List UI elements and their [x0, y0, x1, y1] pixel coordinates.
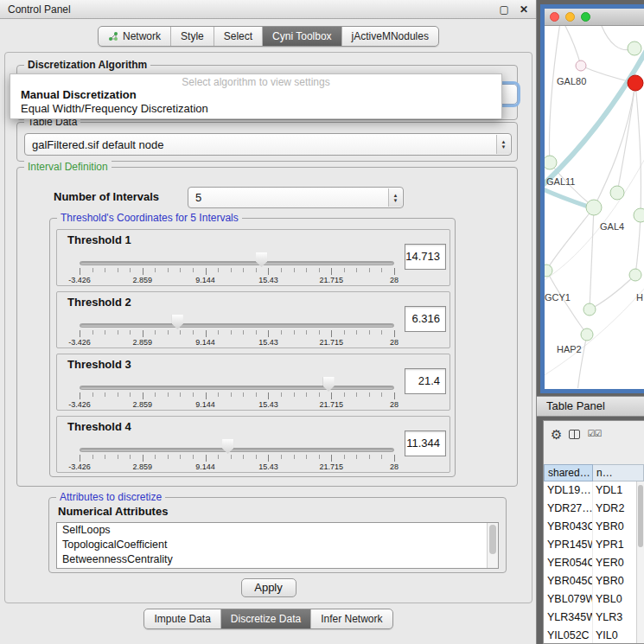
network-edge[interactable] [550, 26, 561, 163]
columns-icon[interactable] [569, 430, 580, 439]
network-node[interactable] [581, 328, 593, 341]
network-node[interactable] [629, 269, 641, 281]
close-traffic-light-icon[interactable] [550, 12, 559, 22]
threshold-2-value-field[interactable]: 6.316 [405, 306, 446, 332]
threshold-1-value-field[interactable]: 14.713 [405, 244, 446, 270]
network-edge[interactable] [590, 275, 635, 309]
cell[interactable]: YER054C [544, 554, 593, 572]
tab-select[interactable]: Select [214, 27, 263, 46]
slider-track[interactable] [80, 448, 394, 452]
network-node[interactable] [610, 186, 624, 200]
network-node[interactable] [545, 265, 552, 277]
tab-impute-data[interactable]: Impute Data [144, 609, 220, 628]
cell[interactable]: YER0 [593, 554, 636, 572]
network-edge[interactable] [546, 271, 587, 335]
tab-network[interactable]: Network [99, 27, 171, 46]
slider-major-ticks [80, 330, 395, 337]
minimize-traffic-light-icon[interactable] [565, 12, 575, 22]
numerical-attributes-list[interactable]: SelfLoops TopologicalCoefficient Between… [56, 522, 499, 569]
scrollbar-thumb[interactable] [489, 525, 496, 554]
select-columns-icon[interactable]: ☑☑ [587, 430, 601, 438]
network-window-titlebar[interactable] [545, 9, 644, 26]
stepper-icon: ▲▼ [496, 135, 510, 154]
network-edge[interactable] [545, 188, 593, 208]
tab-cyni-toolbox[interactable]: Cyni Toolbox [263, 27, 341, 46]
cell[interactable]: YBR045C [544, 572, 593, 590]
table-toolbar: ⚙ ☑☑ [544, 421, 644, 447]
cell[interactable]: YPR145W [544, 536, 593, 554]
network-edge[interactable] [564, 26, 581, 66]
tab-infer-network[interactable]: Infer Network [311, 609, 392, 628]
threshold-3-slider[interactable]: -3.426 2.859 9.144 15.43 21.715 28 [80, 372, 394, 410]
column-header-shared-name[interactable]: shared… [544, 464, 593, 481]
threshold-4-slider[interactable]: -3.426 2.859 9.144 15.43 21.715 28 [80, 434, 394, 472]
list-scrollbar[interactable] [487, 523, 498, 568]
slider-track[interactable] [80, 386, 394, 390]
slider-track[interactable] [80, 261, 394, 265]
control-panel-titlebar[interactable]: Control Panel ▢ ✕ [0, 0, 536, 19]
cell[interactable]: YDR27… [544, 500, 593, 518]
network-canvas[interactable]: GAL80GAL11GAL4GCY1HAP2H [545, 26, 644, 388]
table-scrollbar[interactable] [636, 481, 644, 643]
table-data-select[interactable]: galFiltered.sif default node ▲▼ [24, 133, 512, 156]
dropdown-option-manual-discretization[interactable]: Manual Discretization [10, 88, 501, 102]
tab-style[interactable]: Style [171, 27, 214, 46]
network-edge[interactable] [617, 83, 635, 193]
cell[interactable]: YPR1 [593, 536, 636, 554]
table-row[interactable]: YBR043CYBR0 [544, 518, 636, 536]
threshold-1-slider[interactable]: -3.426 2.859 9.144 15.43 21.715 28 [80, 247, 394, 285]
zoom-traffic-light-icon[interactable] [581, 12, 590, 22]
tab-discretize-data[interactable]: Discretize Data [221, 609, 311, 628]
float-window-icon[interactable]: ▢ [500, 4, 509, 15]
tab-jactivemnodules[interactable]: jActiveMNodules [342, 27, 438, 46]
apply-button[interactable]: Apply [241, 578, 296, 597]
network-node[interactable] [628, 41, 641, 55]
list-item[interactable]: BetweennessCentrality [57, 552, 498, 567]
cell[interactable]: YDL19… [544, 481, 593, 500]
list-item[interactable]: SelfLoops [57, 523, 498, 538]
close-icon[interactable]: ✕ [520, 4, 528, 15]
network-node[interactable] [628, 75, 643, 91]
scrollbar-thumb[interactable] [638, 485, 643, 547]
gear-icon[interactable]: ⚙ [551, 428, 562, 441]
cell[interactable]: YBL079W [544, 590, 593, 609]
table-row[interactable]: YIL052CYIL0 [544, 627, 636, 643]
cell[interactable]: YLR345W [544, 609, 593, 627]
cell[interactable]: YIL052C [544, 627, 593, 643]
slider-track[interactable] [80, 323, 394, 328]
network-edge[interactable] [577, 335, 587, 388]
table-row[interactable]: YBR045CYBR0 [544, 572, 636, 590]
column-header-name[interactable]: n… [593, 464, 644, 481]
table-row[interactable]: YPR145WYPR1 [544, 536, 636, 554]
table-row[interactable]: YDL19…YDL1 [544, 481, 636, 500]
network-node[interactable] [576, 61, 586, 71]
network-edge[interactable] [546, 207, 594, 271]
network-node[interactable] [545, 156, 557, 169]
network-node[interactable] [634, 208, 644, 222]
cell[interactable]: YBR043C [544, 518, 593, 536]
threshold-4-value-field[interactable]: 11.344 [405, 430, 446, 456]
table-row[interactable]: YER054CYER0 [544, 554, 636, 572]
threshold-2-slider[interactable]: -3.426 2.859 9.144 15.43 21.715 28 [80, 309, 394, 348]
cell[interactable]: YIL0 [593, 627, 636, 643]
cell[interactable]: YBR0 [593, 518, 636, 536]
dropdown-option-equal-width-frequency[interactable]: Equal Width/Frequency Discretization [10, 102, 501, 116]
cell[interactable]: YBR0 [593, 572, 636, 590]
cell[interactable]: YLR3 [593, 609, 636, 627]
list-item[interactable]: TopologicalCoefficient [57, 538, 498, 552]
table-row[interactable]: YDR27…YDR2 [544, 500, 636, 518]
network-edge[interactable] [590, 207, 594, 309]
number-of-intervals-select[interactable]: 5 ▲▼ [188, 187, 404, 208]
cell[interactable]: YDR2 [593, 500, 636, 518]
network-edge[interactable] [635, 215, 641, 275]
cell[interactable]: YBL0 [593, 590, 636, 609]
table-row[interactable]: YLR345WYLR3 [544, 609, 636, 627]
network-node[interactable] [583, 303, 596, 316]
table-panel-header[interactable]: Table Panel [537, 396, 644, 417]
cell[interactable]: YDL1 [593, 481, 636, 500]
network-node[interactable] [586, 200, 602, 215]
network-edge[interactable] [635, 83, 641, 215]
network-edge[interactable] [545, 251, 644, 380]
threshold-3-value-field[interactable]: 21.4 [405, 368, 446, 394]
table-row[interactable]: YBL079WYBL0 [544, 590, 636, 609]
